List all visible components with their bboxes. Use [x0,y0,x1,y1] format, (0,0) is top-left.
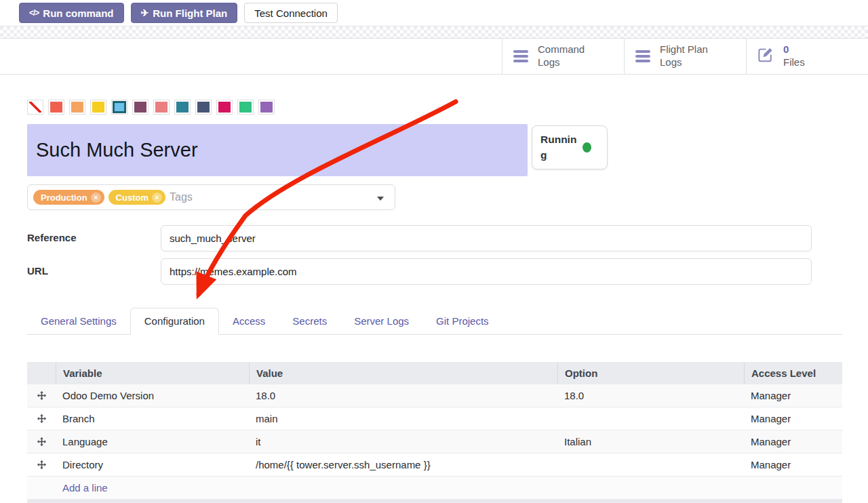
configuration-table: Variable Value Option Access Level Odoo … [27,362,842,503]
swatch-color [113,102,125,113]
flight-plan-logs-label-line2: Logs [660,56,682,68]
run-command-label: Run command [43,7,113,19]
cell-access-level[interactable]: Manager [744,436,842,447]
color-swatch-0[interactable] [27,100,43,115]
cell-variable[interactable]: Odoo Demo Version [56,390,249,401]
tab-server-logs[interactable]: Server Logs [340,308,422,334]
tab-configuration[interactable]: Configuration [130,308,219,335]
color-swatch-11[interactable] [258,100,275,115]
files-label: Files [783,56,805,68]
color-swatch-8[interactable] [195,100,212,115]
list-bars-icon [513,50,528,62]
files-count: 0 [783,43,789,55]
drag-handle-icon[interactable] [27,391,56,400]
add-a-line-link[interactable]: Add a line [62,482,108,494]
swatch-color [176,102,189,113]
table-header-row: Variable Value Option Access Level [27,362,842,384]
status-label: Running [540,132,577,163]
action-bar: </> Run command ✈ Run Flight Plan Test C… [0,0,868,26]
test-connection-label: Test Connection [254,7,328,19]
run-flight-plan-label: Run Flight Plan [153,7,227,19]
tab-secrets[interactable]: Secrets [279,308,340,334]
cell-access-level[interactable]: Manager [744,413,842,424]
tag-pill[interactable]: Custom × [108,190,165,205]
cell-value[interactable]: 18.0 [249,390,557,401]
swatch-color [50,102,62,113]
swatch-color [197,102,210,113]
cell-option[interactable]: Italian [557,436,744,447]
cell-access-level[interactable]: Manager [744,390,842,401]
command-logs-label-line1: Command [538,43,585,55]
color-swatch-3[interactable] [90,100,106,115]
tags-input[interactable]: Production × Custom × Tags [27,184,395,210]
swatch-color [218,102,231,113]
color-swatch-7[interactable] [174,100,191,115]
server-name-field[interactable]: Such Much Server [27,124,528,176]
cell-access-level[interactable]: Manager [744,459,842,470]
url-label: URL [27,258,161,285]
test-connection-button[interactable]: Test Connection [244,3,338,23]
remove-tag-icon[interactable]: × [152,193,162,203]
flight-plan-logs-label-line1: Flight Plan [660,43,708,55]
swatch-color [29,102,41,113]
field-group: Reference URL [27,225,842,285]
run-flight-plan-button[interactable]: ✈ Run Flight Plan [131,3,238,23]
swatch-color [260,102,273,113]
color-swatch-5[interactable] [132,100,149,115]
url-field-row: URL [27,258,842,285]
cell-variable[interactable]: Language [56,436,249,447]
command-logs-label-line2: Logs [538,56,560,68]
add-line-row: Add a line [27,477,842,500]
tag-list: Production × Custom × [33,190,165,205]
color-swatch-1[interactable] [48,100,64,115]
tag-label: Production [41,193,87,203]
handle-column-header [27,362,56,384]
command-logs-button[interactable]: Command Logs [502,39,624,74]
cell-variable[interactable]: Branch [56,413,249,424]
color-swatch-4[interactable] [111,100,127,115]
cell-option[interactable]: 18.0 [557,390,744,401]
color-swatch-10[interactable] [237,100,254,115]
files-button[interactable]: 0 Files [746,39,868,74]
color-swatch-2[interactable] [69,100,85,115]
tab-access[interactable]: Access [219,308,279,334]
status-running-dot [583,142,591,153]
plane-icon: ✈ [141,7,149,18]
cell-variable[interactable]: Directory [56,459,249,470]
drag-handle-icon[interactable] [27,414,56,423]
run-command-button[interactable]: </> Run command [19,3,124,23]
edit-pencil-icon [757,47,774,66]
server-name-text: Such Much Server [36,139,198,161]
url-input[interactable] [161,258,812,285]
reference-label: Reference [27,225,161,252]
cell-value[interactable]: it [249,436,557,447]
color-palette [27,100,842,115]
list-bars-icon [635,50,650,62]
cell-value[interactable]: /home/{{ tower.server.ssh_username }} [249,459,557,470]
stat-button-bar: Command Logs Flight Plan Logs 0 Files [0,39,868,75]
option-column-header: Option [557,362,744,384]
swatch-color [92,102,104,113]
flight-plan-logs-button[interactable]: Flight Plan Logs [624,39,746,74]
caret-down-icon[interactable] [377,197,384,201]
tag-pill[interactable]: Production × [33,190,104,205]
bottom-strip [27,500,842,503]
form-sheet: Such Much Server Running Production × Cu… [0,100,868,503]
reference-input[interactable] [161,225,812,252]
tab-git-projects[interactable]: Git Projects [422,308,502,334]
background-separator-strip [0,26,868,39]
tab-general-settings[interactable]: General Settings [27,308,130,334]
code-icon: </> [29,8,39,18]
color-swatch-9[interactable] [216,100,233,115]
config-row: Branch main Manager [27,407,842,430]
status-card: Running [532,125,608,169]
cell-value[interactable]: main [249,413,557,424]
remove-tag-icon[interactable]: × [91,193,101,203]
reference-field-row: Reference [27,225,842,252]
swatch-color [155,102,167,113]
color-swatch-6[interactable] [153,100,170,115]
table-body: Odoo Demo Version 18.0 18.0 Manager Bran… [27,384,842,477]
variable-column-header: Variable [56,362,249,384]
drag-handle-icon[interactable] [27,437,56,446]
drag-handle-icon[interactable] [27,460,56,469]
